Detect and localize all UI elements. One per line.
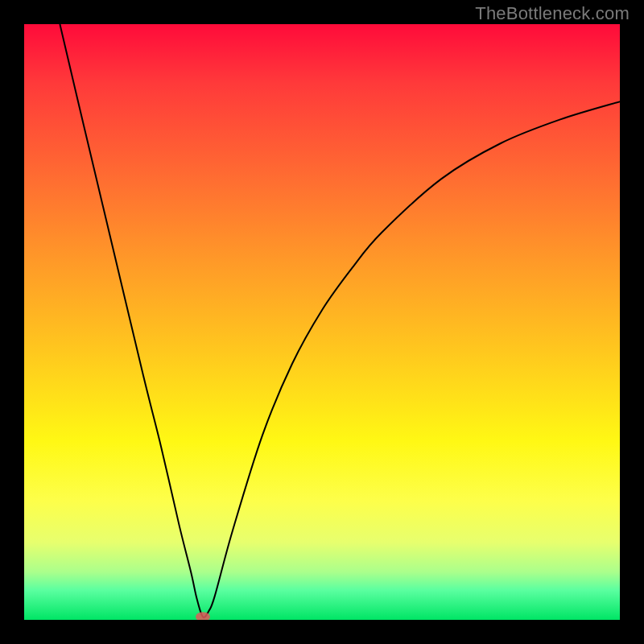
chart-frame: TheBottleneck.com bbox=[0, 0, 644, 644]
chart-gradient-background bbox=[24, 24, 620, 620]
watermark-text: TheBottleneck.com bbox=[475, 3, 630, 24]
